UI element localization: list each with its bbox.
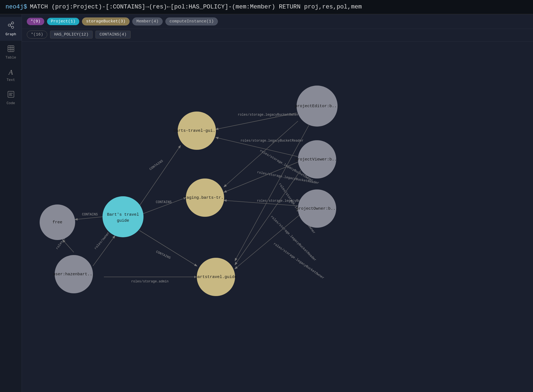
- query-text: MATCH (proj:Project)-[:CONTAINS]→(res)←[…: [30, 4, 362, 10]
- sidebar-item-text[interactable]: A Text: [0, 64, 22, 86]
- svg-point-1: [11, 22, 14, 24]
- edge-label-owner-bsg1: roles/storage.legacyBucketOwner: [273, 242, 325, 280]
- sidebar: Graph Table A Text: [0, 14, 22, 392]
- graph-icon: [7, 21, 15, 31]
- node-project-owner[interactable]: [298, 189, 336, 228]
- node-bartstravel-guide[interactable]: [197, 258, 235, 296]
- edge-viewer-bsg1: [235, 170, 301, 265]
- edge-contains-3: [139, 230, 197, 266]
- badge-member[interactable]: Member(4): [132, 17, 163, 25]
- main-layout: Graph Table A Text: [0, 14, 533, 392]
- edge-label-contains-2: CONTAINS: [156, 200, 172, 204]
- sidebar-item-table[interactable]: Table: [0, 41, 22, 64]
- content-area: *(9) Project(1) storageBucket(3) Member(…: [22, 14, 533, 392]
- edge-label-contains-4: CONTAINS: [82, 213, 98, 217]
- sidebar-text-label: Text: [7, 78, 15, 82]
- edge-label-hazenbart-bsg: roles/storage.admin: [131, 280, 169, 283]
- query-bar: neo4j$ MATCH (proj:Project)-[:CONTAINS]→…: [0, 0, 533, 14]
- node-project-editor[interactable]: [297, 86, 338, 127]
- svg-line-4: [10, 26, 11, 27]
- sidebar-graph-label: Graph: [5, 32, 16, 36]
- node-barts-travel-guide[interactable]: [102, 196, 144, 237]
- sidebar-code-label: Code: [7, 101, 15, 105]
- badge-computeinstance[interactable]: computeInstance(1): [165, 17, 218, 25]
- svg-point-2: [11, 26, 14, 28]
- edge-contains-1: [139, 146, 180, 206]
- badge-has-policy[interactable]: HAS_POLICY(12): [50, 31, 93, 39]
- edge-filter-bar: *(16) HAS_POLICY(12) CONTAINS(4): [22, 29, 533, 42]
- query-prompt: neo4j$: [5, 4, 27, 10]
- sidebar-item-code[interactable]: Code: [0, 86, 22, 110]
- sidebar-table-label: Table: [5, 55, 16, 60]
- badge-all-nodes[interactable]: *(9): [27, 18, 44, 25]
- table-icon: [7, 45, 14, 54]
- edge-hazenbart-free: [63, 240, 74, 252]
- edge-label-editor-btg1: roles/storage.legacyBucketOwner: [238, 113, 299, 117]
- edge-label-contains-1: CONTAINS: [149, 159, 164, 171]
- svg-rect-5: [8, 46, 14, 52]
- edge-label-contains-3: CONTAINS: [155, 250, 171, 260]
- svg-line-3: [10, 24, 11, 25]
- edge-contains-2: [142, 198, 186, 214]
- edge-label-hazenbart-btg: roles/owner: [93, 231, 110, 250]
- badge-contains[interactable]: CONTAINS(4): [95, 31, 131, 39]
- code-icon: [7, 91, 14, 100]
- edge-owner-bsg1: [235, 214, 301, 269]
- node-project-viewer[interactable]: [298, 140, 336, 179]
- filter-bar: *(9) Project(1) storageBucket(3) Member(…: [22, 14, 533, 29]
- badge-storagebucket[interactable]: storageBucket(3): [82, 17, 130, 25]
- node-free[interactable]: [40, 204, 75, 240]
- badge-all-edges[interactable]: *(16): [27, 31, 47, 39]
- graph-canvas: CONTAINS CONTAINS CONTAINS CONTAINS role…: [22, 42, 533, 392]
- node-staging-barts-tr[interactable]: [186, 179, 224, 217]
- graph-svg: CONTAINS CONTAINS CONTAINS CONTAINS role…: [22, 42, 533, 392]
- svg-point-0: [8, 24, 10, 26]
- sidebar-item-graph[interactable]: Graph: [0, 17, 22, 41]
- node-barts-travel-gui[interactable]: [178, 112, 216, 150]
- badge-project[interactable]: Project(1): [47, 18, 79, 25]
- text-icon: A: [9, 68, 13, 77]
- edge-contains-4: [75, 217, 102, 220]
- edge-label-viewer-btg1: roles/storage.legacyBucketReader: [241, 139, 303, 143]
- node-user-hazenbart[interactable]: [55, 255, 93, 293]
